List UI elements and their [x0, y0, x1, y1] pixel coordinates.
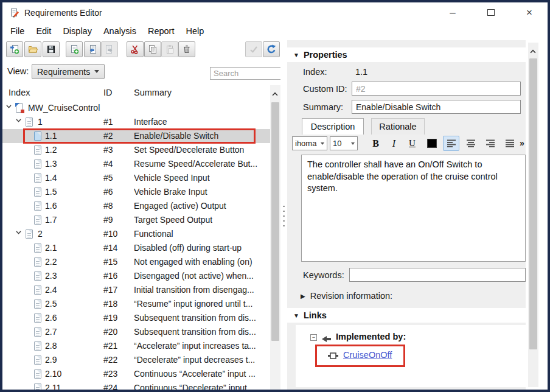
align-left-button[interactable]	[443, 136, 459, 151]
tree-row[interactable]: 2.4 #17 Initial transition from disengag…	[2, 283, 270, 297]
row-id: #8	[103, 201, 113, 211]
tree-row[interactable]: 1 #1 Interface	[2, 115, 270, 129]
row-id: #6	[103, 187, 113, 197]
tree-row[interactable]: 2.8 #21 “Accelerate” input increases ta.…	[2, 339, 270, 353]
row-summary: Target Speed Output	[134, 215, 212, 225]
align-justify-button[interactable]	[501, 136, 518, 151]
check-button[interactable]	[245, 41, 262, 57]
italic-icon: I	[392, 138, 395, 149]
collapse-minus-icon[interactable]: −	[310, 334, 317, 341]
links-section-header[interactable]: ▼ Links	[287, 308, 526, 323]
paste-clipboard-icon	[165, 44, 175, 54]
tree-row[interactable]: 2.3 #16 Disengaged (not active) when...	[2, 269, 270, 283]
tab-rationale[interactable]: Rationale	[371, 118, 425, 135]
custom-id-input[interactable]	[352, 82, 521, 96]
tree-row[interactable]: 1.3 #4 Resume Speed/Accelerate But...	[2, 157, 270, 171]
chevron-down-icon[interactable]	[16, 119, 21, 122]
tree-row[interactable]: 2.2 #15 Not engaged with enabling (on)	[2, 255, 270, 269]
properties-scrollbar[interactable]	[528, 43, 538, 387]
menu-display[interactable]: Display	[63, 26, 92, 36]
annotation-box	[315, 345, 405, 367]
revision-information-section[interactable]: ▶ Revision information:	[301, 291, 392, 301]
menu-analysis[interactable]: Analysis	[103, 26, 136, 36]
paste-button[interactable]	[161, 41, 178, 57]
close-button[interactable]: ×	[522, 6, 537, 19]
chevron-down-icon[interactable]	[6, 105, 12, 108]
new-requirement-set-button[interactable]	[6, 41, 23, 57]
column-header-summary[interactable]: Summary	[134, 88, 172, 97]
bold-button[interactable]: B	[367, 136, 384, 151]
chevron-down-icon[interactable]	[16, 231, 21, 234]
menu-file[interactable]: File	[10, 26, 24, 36]
save-button[interactable]	[43, 41, 60, 57]
tree-row[interactable]: 1.6 #8 Engaged (active) Output	[2, 199, 270, 213]
scrollbar-thumb[interactable]	[271, 102, 279, 341]
row-id: #1	[103, 117, 113, 127]
align-center-button[interactable]	[462, 136, 479, 151]
menu-edit[interactable]: Edit	[36, 26, 51, 36]
underline-button[interactable]: U	[404, 136, 420, 151]
properties-section-header[interactable]: ▼ Properties	[287, 47, 526, 62]
pane-splitter[interactable]	[280, 61, 287, 390]
tree-row[interactable]: 2.7 #20 Subsequent transition from dis..…	[2, 325, 270, 339]
tree-row[interactable]: 2.10 #23 Continuous “Accelerate” input .…	[2, 367, 270, 381]
copy-button[interactable]	[144, 41, 161, 57]
scroll-up-icon[interactable]	[272, 88, 278, 99]
font-size-value: 10	[333, 139, 341, 148]
italic-button[interactable]: I	[386, 136, 402, 151]
column-header-index[interactable]: Index	[9, 88, 30, 97]
doc-icon	[34, 173, 41, 183]
tree-row[interactable]: 1.1 #2 Enable/Disable Switch	[2, 129, 270, 143]
font-family-select[interactable]: ihoma	[292, 136, 327, 150]
description-text-area[interactable]: The controller shall have an On/Off Swit…	[301, 155, 526, 262]
row-id: #16	[103, 271, 117, 281]
delete-button[interactable]	[178, 41, 195, 57]
cut-button[interactable]	[127, 41, 144, 57]
tree-row[interactable]: MW_CruiseControl	[2, 101, 270, 115]
font-color-button[interactable]	[423, 136, 440, 151]
row-index: 1	[38, 117, 43, 127]
column-header-id[interactable]: ID	[103, 88, 113, 97]
tree-row[interactable]: 2 #10 Functional	[2, 227, 270, 241]
minimize-button[interactable]: –	[445, 6, 460, 19]
row-index: 1.6	[45, 201, 57, 211]
align-right-button[interactable]	[482, 136, 498, 151]
tree-row[interactable]: 2.1 #14 Disabled (off) during start-up	[2, 241, 270, 255]
tree-row[interactable]: 1.5 #6 Vehicle Brake Input	[2, 185, 270, 199]
refresh-button[interactable]	[263, 41, 280, 57]
refresh-icon	[266, 44, 276, 54]
row-id: #15	[103, 257, 117, 267]
tree-row[interactable]: 2.5 #18 “Resume” input ignored until t..…	[2, 297, 270, 311]
tree-row[interactable]: 1.2 #3 Set Speed/Decelerate Button	[2, 143, 270, 157]
view-dropdown[interactable]: Requirements	[32, 64, 105, 79]
row-index: 2	[38, 229, 43, 239]
row-index: 2.8	[45, 341, 57, 351]
summary-input[interactable]	[352, 100, 521, 114]
collapse-triangle-icon: ▼	[293, 312, 299, 319]
maximize-button[interactable]	[484, 6, 498, 19]
scrollbar-thumb[interactable]	[529, 58, 537, 349]
tab-description[interactable]: Description	[302, 118, 364, 135]
tree-row[interactable]: 2.9 #22 “Decelerate” input decreases t..…	[2, 353, 270, 367]
menu-help[interactable]: Help	[186, 26, 204, 36]
tree-row[interactable]: 2.6 #19 Subsequent transition from dis..…	[2, 311, 270, 325]
add-requirement-button[interactable]	[66, 41, 83, 57]
demote-requirement-button[interactable]	[101, 41, 118, 57]
scroll-up-icon[interactable]	[530, 45, 536, 56]
summary-label: Summary:	[303, 102, 343, 112]
font-size-select[interactable]: 10	[330, 136, 358, 150]
tree-row[interactable]: 1.4 #5 Vehicle Speed Input	[2, 171, 270, 185]
tree-row[interactable]: 1.7 #9 Target Speed Output	[2, 213, 270, 227]
open-button[interactable]	[24, 41, 41, 57]
tree-column-headers: Index ID Summary	[2, 85, 270, 101]
toolbar-overflow-button[interactable]: »	[520, 138, 524, 148]
tree-scrollbar[interactable]	[270, 85, 280, 390]
promote-requirement-button[interactable]	[84, 41, 101, 57]
menu-report[interactable]: Report	[148, 26, 175, 36]
keywords-input[interactable]	[349, 268, 526, 282]
search-input[interactable]	[210, 67, 285, 80]
row-id: #19	[103, 313, 117, 323]
splitter-grip-icon	[283, 206, 285, 230]
row-id: #24	[103, 383, 117, 390]
tree-row[interactable]: 2.11 #24 Continuous “Decelerate” input..…	[2, 381, 270, 390]
